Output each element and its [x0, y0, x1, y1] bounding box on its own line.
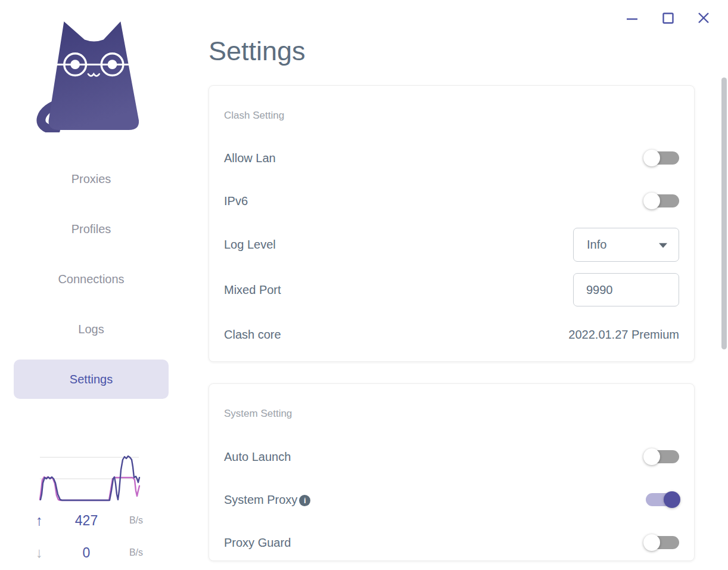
ipv6-toggle[interactable] — [646, 194, 679, 207]
close-button[interactable] — [696, 11, 711, 26]
allow-lan-toggle[interactable] — [646, 151, 679, 165]
chevron-down-icon — [659, 243, 667, 247]
upload-unit: B/s — [122, 515, 143, 526]
log-level-select[interactable]: Info — [573, 228, 679, 262]
cat-body — [49, 21, 139, 130]
download-arrow-icon: ↓ — [36, 544, 51, 561]
sidebar-item-profiles[interactable]: Profiles — [14, 209, 169, 249]
toggle-knob — [643, 193, 660, 209]
download-value: 0 — [51, 545, 122, 561]
maximize-icon — [661, 11, 675, 26]
row-label: Log Level — [224, 238, 276, 252]
sidebar-item-proxies[interactable]: Proxies — [14, 159, 169, 199]
system-setting-card: System Setting Auto Launch System Proxy … — [209, 383, 695, 561]
clash-setting-card: Clash Setting Allow Lan IPv6 Log Level I… — [209, 85, 695, 362]
upload-arrow-icon: ↑ — [36, 512, 51, 529]
setting-row-log-level: Log Level Info — [224, 228, 679, 262]
download-speed: ↓ 0 B/s — [36, 543, 143, 562]
log-level-value: Info — [587, 238, 606, 252]
toggle-knob — [643, 534, 660, 551]
row-label: Clash core — [224, 328, 281, 342]
setting-row-ipv6: IPv6 — [224, 188, 679, 213]
row-label: Auto Launch — [224, 450, 291, 464]
setting-row-mixed-port: Mixed Port — [224, 273, 679, 306]
upload-value: 427 — [51, 513, 122, 529]
sidebar: Proxies Profiles Connections Logs Settin… — [0, 0, 182, 570]
row-label: Proxy Guard — [224, 536, 291, 550]
setting-row-proxy-guard: Proxy Guard — [224, 530, 679, 555]
maximize-button[interactable] — [661, 11, 675, 26]
row-label-text: System Proxy — [224, 493, 297, 507]
info-icon[interactable]: i — [299, 495, 310, 506]
sidebar-item-connections[interactable]: Connections — [14, 259, 169, 299]
page-title: Settings — [209, 36, 306, 67]
setting-row-auto-launch: Auto Launch — [224, 444, 679, 469]
toggle-knob — [643, 448, 660, 465]
sidebar-item-settings[interactable]: Settings — [14, 360, 169, 399]
toggle-knob — [643, 150, 660, 166]
minimize-icon — [625, 11, 639, 26]
system-proxy-toggle[interactable] — [646, 493, 679, 506]
sidebar-item-logs[interactable]: Logs — [14, 309, 169, 349]
setting-row-system-proxy: System Proxy i — [224, 487, 679, 512]
scrollbar-thumb[interactable] — [721, 78, 727, 349]
setting-row-clash-core: Clash core 2022.01.27 Premium — [224, 322, 679, 347]
clash-core-version: 2022.01.27 Premium — [568, 328, 679, 342]
traffic-chart — [38, 449, 141, 503]
cat-eye-right — [108, 60, 117, 69]
row-label: System Proxy i — [224, 493, 310, 507]
clash-cat-logo — [25, 14, 143, 132]
card-title: System Setting — [224, 408, 292, 420]
card-title: Clash Setting — [224, 110, 284, 122]
row-label: IPv6 — [224, 194, 248, 208]
sidebar-nav: Proxies Profiles Connections Logs Settin… — [14, 159, 169, 410]
auto-launch-toggle[interactable] — [646, 450, 679, 463]
minimize-button[interactable] — [625, 11, 639, 26]
upload-speed: ↑ 427 B/s — [36, 511, 143, 530]
download-unit: B/s — [122, 547, 143, 558]
row-label: Allow Lan — [224, 151, 276, 165]
proxy-guard-toggle[interactable] — [646, 536, 679, 549]
setting-row-allow-lan: Allow Lan — [224, 145, 679, 171]
row-label: Mixed Port — [224, 283, 281, 297]
mixed-port-input[interactable] — [573, 273, 679, 306]
close-icon — [696, 11, 711, 26]
cat-eye-left — [70, 60, 80, 69]
toggle-knob — [664, 491, 680, 508]
window-controls — [625, 11, 711, 26]
